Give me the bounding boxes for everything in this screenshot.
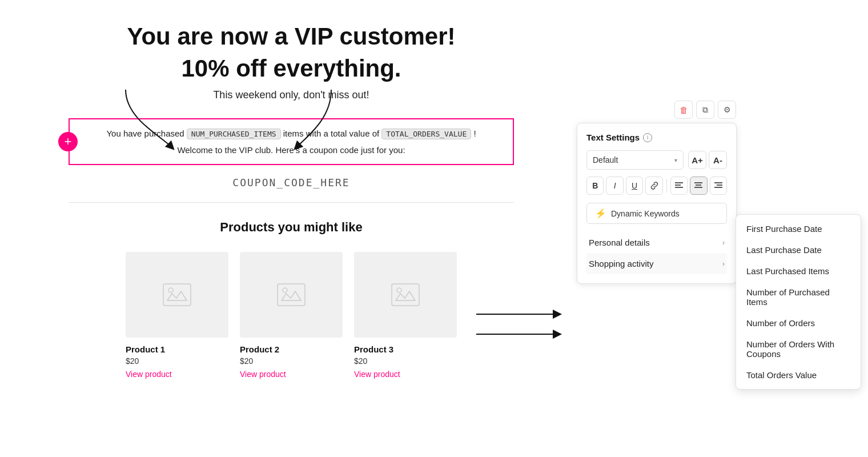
keyword-total-value[interactable]: TOTAL_ORDERS_VALUE (381, 129, 471, 139)
bold-button[interactable]: B (586, 177, 604, 195)
duplicate-button[interactable]: ⧉ (696, 101, 714, 119)
product-price-2: $20 (240, 356, 343, 366)
product-card-1: Product 1 $20 View product (126, 252, 228, 379)
product-image-3 (354, 252, 457, 338)
panel-title: Text Settings (586, 133, 640, 142)
align-left-icon (675, 182, 683, 189)
dynamic-keywords-label: Dynamic Keywords (611, 209, 680, 218)
add-block-button[interactable]: + (58, 132, 78, 151)
submenu-item-num-purchased-items[interactable]: Number of Purchased Items (736, 282, 861, 312)
submenu-item-last-purchased-items[interactable]: Last Purchased Items (736, 260, 861, 282)
italic-button[interactable]: I (606, 177, 623, 195)
delete-button[interactable]: 🗑 (674, 101, 693, 119)
product-link-1[interactable]: View product (126, 370, 172, 379)
text-block[interactable]: You have purchased NUM_PURCHASED_ITEMS i… (69, 118, 514, 165)
settings-button[interactable]: ⚙ (718, 101, 736, 119)
headline-1: You are now a VIP customer! (46, 23, 537, 50)
headline-2: 10% off everything. (46, 55, 537, 82)
svg-point-3 (283, 288, 287, 292)
font-increase-button[interactable]: A+ (688, 151, 706, 169)
lightning-icon: ⚡ (595, 208, 606, 219)
text-block-line2: Welcome to the VIP club. Here's a coupon… (81, 145, 501, 155)
products-grid: Product 1 $20 View product Product 2 $20… (46, 252, 537, 379)
product-name-2: Product 2 (240, 344, 343, 354)
svg-rect-14 (714, 187, 722, 188)
image-placeholder-icon (163, 283, 191, 306)
svg-rect-13 (717, 185, 722, 186)
svg-rect-9 (694, 182, 702, 183)
format-divider (666, 179, 667, 193)
submenu-item-total-orders-value[interactable]: Total Orders Value (736, 364, 861, 386)
svg-rect-7 (675, 185, 681, 186)
products-title: Products you might like (46, 220, 537, 235)
align-right-button[interactable] (710, 177, 727, 195)
format-toolbar: B I U (586, 177, 727, 195)
chevron-down-icon: ▾ (674, 157, 677, 163)
submenu-item-num-orders[interactable]: Number of Orders (736, 312, 861, 334)
copy-icon: ⧉ (702, 105, 708, 115)
font-dropdown[interactable]: Default ▾ (586, 150, 684, 170)
menu-item-label: Personal details (589, 238, 650, 247)
chevron-right-icon: › (722, 239, 725, 247)
product-name-3: Product 3 (354, 344, 457, 354)
chevron-right-icon: › (722, 260, 725, 268)
font-settings-row: Default ▾ A+ A- (586, 150, 727, 170)
svg-rect-4 (392, 284, 419, 306)
underline-button[interactable]: U (626, 177, 643, 195)
svg-rect-12 (714, 182, 722, 183)
trash-icon: 🗑 (680, 105, 688, 115)
product-price-3: $20 (354, 356, 457, 366)
svg-point-1 (168, 288, 173, 292)
align-center-icon (694, 182, 702, 189)
menu-item-personal-details[interactable]: Personal details › (586, 232, 727, 253)
align-right-icon (714, 182, 722, 189)
product-name-1: Product 1 (126, 344, 228, 354)
info-icon[interactable]: i (643, 133, 652, 142)
product-image-2 (240, 252, 343, 338)
menu-item-label: Shopping activity (589, 259, 653, 268)
svg-rect-0 (163, 284, 191, 306)
product-card-3: Product 3 $20 View product (354, 252, 457, 379)
align-left-button[interactable] (670, 177, 688, 195)
svg-rect-2 (278, 284, 305, 306)
shopping-activity-submenu: First Purchase Date Last Purchase Date L… (736, 214, 861, 390)
submenu-item-last-purchase-date[interactable]: Last Purchase Date (736, 239, 861, 260)
image-placeholder-icon (391, 283, 420, 306)
coupon-code: COUPON_CODE_HERE (46, 177, 537, 189)
dropdown-value: Default (593, 155, 618, 165)
product-link-2[interactable]: View product (240, 370, 286, 379)
link-button[interactable] (645, 177, 662, 195)
align-center-button[interactable] (690, 177, 707, 195)
font-size-controls: A+ A- (688, 151, 727, 169)
product-card-2: Product 2 $20 View product (240, 252, 343, 379)
gear-icon: ⚙ (724, 105, 731, 114)
svg-rect-8 (675, 187, 683, 188)
image-placeholder-icon (277, 283, 306, 306)
svg-point-5 (397, 288, 401, 292)
svg-rect-6 (675, 182, 683, 183)
text-block-line1: You have purchased NUM_PURCHASED_ITEMS i… (81, 129, 501, 139)
submenu-item-num-orders-coupons[interactable]: Number of Orders With Coupons (736, 334, 861, 364)
menu-item-shopping-activity[interactable]: Shopping activity › (586, 253, 727, 274)
font-decrease-button[interactable]: A- (709, 151, 727, 169)
panel-header: Text Settings i (586, 133, 727, 142)
svg-rect-10 (696, 185, 701, 186)
dynamic-keywords-button[interactable]: ⚡ Dynamic Keywords (586, 203, 727, 224)
keyword-num-purchased[interactable]: NUM_PURCHASED_ITEMS (187, 129, 281, 139)
product-image-1 (126, 252, 228, 338)
subheadline: This weekend only, don't miss out! (46, 89, 537, 101)
section-divider (69, 202, 514, 203)
product-link-3[interactable]: View product (354, 370, 400, 379)
element-toolbar: 🗑 ⧉ ⚙ (674, 101, 736, 119)
product-price-1: $20 (126, 356, 228, 366)
svg-rect-11 (694, 187, 702, 188)
submenu-item-first-purchase-date[interactable]: First Purchase Date (736, 218, 861, 239)
link-icon (650, 181, 659, 190)
